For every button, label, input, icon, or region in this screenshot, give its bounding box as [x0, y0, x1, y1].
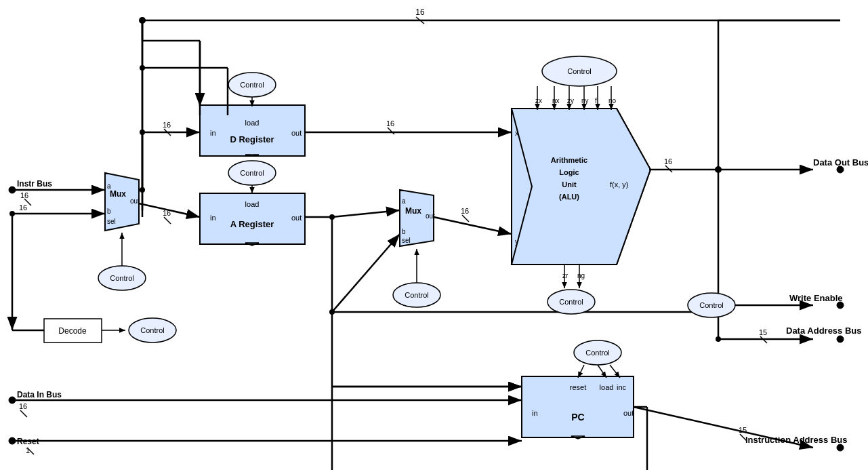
mux1-label: Mux: [110, 189, 126, 199]
d-reg-out-16: 16: [386, 119, 394, 128]
alu-f: f: [595, 97, 597, 104]
bus-16-top: 16: [415, 7, 425, 17]
mux2-b: b: [402, 228, 406, 235]
mux2-label: Mux: [405, 206, 421, 216]
a-reg-load: load: [245, 200, 260, 208]
mux1-b: b: [107, 208, 111, 215]
pc-out: out: [623, 409, 634, 417]
instr-bus-16: 16: [20, 191, 28, 199]
mux1-sel: sel: [107, 218, 116, 225]
pc-reset: reset: [570, 383, 586, 391]
d-reg-in: in: [210, 129, 216, 137]
a-reg-out: out: [291, 214, 302, 222]
pc-control: Control: [585, 349, 609, 357]
alu-bottom-control: Control: [559, 298, 583, 306]
svg-point-98: [837, 444, 844, 451]
a-reg-in: in: [210, 214, 216, 222]
instr-bus-label: Instr Bus: [17, 179, 52, 189]
mux1-out: out: [130, 197, 140, 205]
mux2-control: Control: [405, 291, 428, 299]
write-enable-control: Control: [699, 301, 723, 309]
decode-label: Decode: [58, 326, 87, 336]
alu-out-16: 16: [664, 157, 672, 165]
instruction-address-bus-label: Instruction Address Bus: [745, 435, 847, 445]
instr-bus-16b: 16: [19, 203, 27, 212]
alu-label1: Arithmetic: [551, 156, 587, 164]
alu-no: no: [608, 97, 617, 104]
alu-zy: zy: [567, 97, 574, 104]
data-in-bus-label: Data In Bus: [17, 390, 62, 399]
pc-inc: inc: [617, 383, 627, 391]
svg-point-94: [837, 336, 844, 342]
d-reg-in-16: 16: [163, 121, 171, 129]
alu-zr: zr: [562, 272, 569, 279]
mux2-out-16: 16: [461, 207, 469, 215]
decode-control: Control: [140, 326, 164, 334]
alu-label3: Unit: [562, 180, 577, 189]
svg-point-105: [140, 65, 145, 71]
pc-label: PC: [571, 412, 584, 423]
alu-zx: zx: [535, 97, 542, 104]
write-enable-label: Write Enable: [789, 293, 843, 303]
mux2-out: out: [426, 212, 435, 220]
pc-in: in: [532, 409, 538, 417]
pc-load: load: [600, 383, 614, 391]
alu-fxy: f(x, y): [610, 180, 629, 189]
alu-label2: Logic: [559, 168, 579, 176]
alu-ny: ny: [581, 97, 589, 104]
pc-out-15: 15: [739, 426, 747, 434]
a-reg-control: Control: [240, 169, 264, 177]
d-reg-out: out: [291, 129, 302, 137]
mux2-a: a: [402, 197, 406, 205]
alu-nx: nx: [552, 97, 560, 104]
alu-x: x: [515, 129, 519, 137]
alu-label4: (ALU): [559, 193, 579, 201]
data-out-bus-label: Data Out Bus: [813, 157, 868, 168]
d-reg-label: D Register: [230, 134, 274, 144]
d-reg-control: Control: [240, 81, 264, 89]
mux1-control: Control: [110, 274, 133, 282]
data-addr-15: 15: [759, 328, 767, 336]
alu-control: Control: [567, 67, 591, 75]
alu-ng: ng: [577, 272, 585, 279]
data-address-bus-label: Data Address Bus: [786, 326, 862, 336]
alu-y: y: [515, 237, 519, 246]
data-in-16: 16: [19, 402, 27, 410]
a-reg-label: A Register: [230, 219, 274, 229]
mux2-sel: sel: [402, 237, 411, 244]
d-reg-load: load: [245, 119, 260, 127]
mux1-a: a: [107, 182, 111, 190]
